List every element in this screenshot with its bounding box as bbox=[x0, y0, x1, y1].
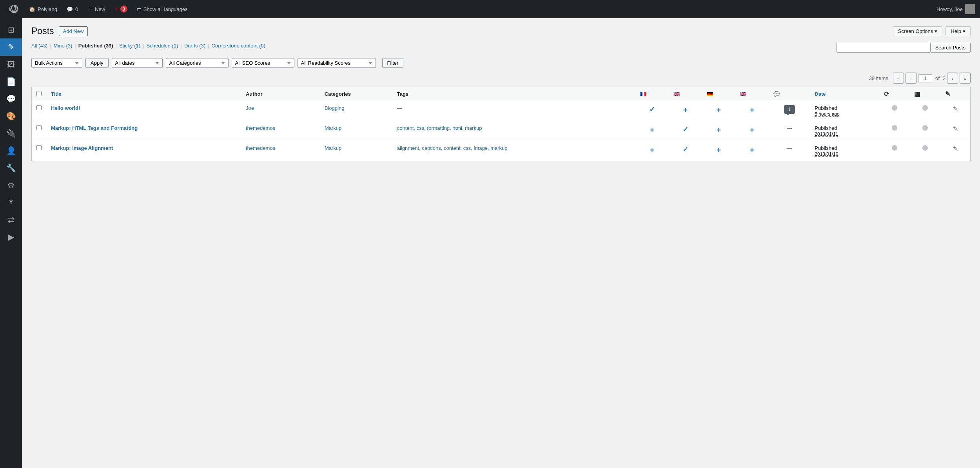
lang-de-cell: ＋ bbox=[702, 101, 735, 121]
filter-cornerstone[interactable]: Cornerstone content (0) bbox=[211, 43, 265, 49]
sidebar-item-plugins[interactable]: 🔌 bbox=[0, 125, 22, 142]
row-checkbox[interactable] bbox=[36, 125, 42, 130]
readability-score-indicator bbox=[922, 125, 928, 131]
seo-column-header: ⟳ bbox=[879, 87, 909, 101]
seo-score-indicator bbox=[892, 145, 897, 151]
date-value: 2013/01/11 bbox=[815, 131, 838, 137]
lang-de-plus[interactable]: ＋ bbox=[715, 125, 722, 135]
quick-edit-icon[interactable]: ✎ bbox=[953, 146, 958, 152]
filter-mine[interactable]: Mine (3) bbox=[54, 43, 73, 49]
tag-link[interactable]: alignment bbox=[397, 145, 419, 151]
date-cell: Published 5 hours ago bbox=[810, 101, 879, 121]
lang-fr-plus[interactable]: ＋ bbox=[648, 125, 655, 135]
sidebar-item-pages[interactable]: 📄 bbox=[0, 73, 22, 90]
lang-en-check[interactable]: ✓ bbox=[682, 125, 688, 134]
screen-options-button[interactable]: Screen Options ▾ bbox=[893, 26, 943, 36]
quick-edit-icon[interactable]: ✎ bbox=[953, 126, 958, 132]
author-link[interactable]: themedemos bbox=[246, 145, 275, 151]
tag-link[interactable]: css bbox=[463, 145, 471, 151]
filter-drafts[interactable]: Drafts (3) bbox=[184, 43, 205, 49]
row-checkbox[interactable] bbox=[36, 145, 42, 150]
next-page-button[interactable]: › bbox=[947, 73, 958, 84]
apply-button[interactable]: Apply bbox=[85, 58, 109, 68]
comment-count-bubble[interactable]: 1 bbox=[784, 105, 795, 114]
sidebar-item-posts[interactable]: ✎ bbox=[0, 38, 22, 56]
tag-link[interactable]: markup bbox=[490, 145, 507, 151]
seo-score-indicator bbox=[892, 105, 897, 111]
tag-link[interactable]: content bbox=[444, 145, 461, 151]
sidebar-item-tools[interactable]: 🔧 bbox=[0, 159, 22, 177]
tag-link[interactable]: markup bbox=[465, 125, 482, 131]
categories-cell: Blogging bbox=[320, 101, 392, 121]
filter-all[interactable]: All (43) bbox=[31, 43, 47, 49]
sidebar-item-settings[interactable]: ⚙ bbox=[0, 177, 22, 194]
category-link[interactable]: Blogging bbox=[325, 105, 345, 111]
lang-fr-plus[interactable]: ＋ bbox=[648, 145, 655, 155]
wp-logo-item[interactable] bbox=[5, 0, 24, 18]
search-posts-button[interactable]: Search Posts bbox=[931, 43, 971, 53]
help-label: Help bbox=[951, 28, 961, 34]
prev-page-button[interactable]: ‹ bbox=[906, 73, 916, 84]
add-new-button[interactable]: Add New bbox=[59, 26, 88, 36]
filter-button[interactable]: Filter bbox=[382, 58, 404, 68]
lang-gb-plus[interactable]: ＋ bbox=[748, 145, 755, 155]
author-cell: Joe bbox=[241, 101, 320, 121]
post-title-link[interactable]: Markup: HTML Tags and Formatting bbox=[51, 125, 138, 131]
tag-link[interactable]: formatting bbox=[427, 125, 450, 131]
date-status: Published bbox=[815, 105, 837, 111]
new-item[interactable]: ＋ New bbox=[83, 0, 109, 18]
items-count: 39 items bbox=[869, 75, 888, 81]
lang-en-check[interactable]: ✓ bbox=[682, 145, 688, 154]
all-readability-dropdown[interactable]: All Readability Scores bbox=[298, 58, 376, 68]
tag-link[interactable]: content bbox=[397, 125, 414, 131]
category-link[interactable]: Markup bbox=[325, 145, 341, 151]
sidebar-item-comments[interactable]: 💬 bbox=[0, 90, 22, 107]
languages-icon: ⇄ bbox=[137, 6, 141, 12]
all-dates-dropdown[interactable]: All dates bbox=[112, 58, 163, 68]
title-sort-link[interactable]: Title bbox=[51, 91, 62, 97]
user-avatar[interactable] bbox=[965, 4, 975, 14]
sidebar-item-dashboard[interactable]: ⊞ bbox=[0, 21, 22, 38]
lang-gb-plus[interactable]: ＋ bbox=[748, 125, 755, 135]
help-button[interactable]: Help ▾ bbox=[946, 26, 971, 36]
sidebar-item-media[interactable]: 🖼 bbox=[0, 56, 22, 73]
sidebar-item-users[interactable]: 👤 bbox=[0, 142, 22, 159]
first-page-button[interactable]: « bbox=[893, 73, 904, 84]
lang-de-plus[interactable]: ＋ bbox=[715, 145, 722, 155]
post-title-link[interactable]: Markup: Image Alignment bbox=[51, 145, 113, 151]
languages-item[interactable]: ⇄ Show all languages bbox=[133, 0, 192, 18]
sidebar-item-appearance[interactable]: 🎨 bbox=[0, 107, 22, 125]
categories-column-header: Categories bbox=[320, 87, 392, 101]
search-input[interactable] bbox=[837, 43, 931, 53]
tag-link[interactable]: html bbox=[452, 125, 462, 131]
lang-fr-check[interactable]: ✓ bbox=[649, 105, 655, 114]
last-page-button[interactable]: » bbox=[960, 73, 971, 84]
row-checkbox[interactable] bbox=[36, 105, 42, 110]
date-sort-link[interactable]: Date bbox=[815, 91, 826, 97]
tag-link[interactable]: captions bbox=[422, 145, 441, 151]
yoast-item[interactable]: Y 3 bbox=[111, 0, 131, 18]
quick-edit-icon[interactable]: ✎ bbox=[953, 106, 958, 112]
author-link[interactable]: themedemos bbox=[246, 125, 275, 131]
lang-gb-plus[interactable]: ＋ bbox=[748, 105, 755, 115]
all-categories-dropdown[interactable]: All Categories bbox=[166, 58, 229, 68]
filter-sticky[interactable]: Sticky (1) bbox=[119, 43, 140, 49]
current-page-input[interactable]: 1 bbox=[918, 74, 932, 82]
filter-scheduled[interactable]: Scheduled (1) bbox=[147, 43, 178, 49]
category-link[interactable]: Markup bbox=[325, 125, 341, 131]
all-seo-dropdown[interactable]: All SEO Scores bbox=[232, 58, 294, 68]
tag-link[interactable]: css bbox=[417, 125, 425, 131]
sidebar-item-media2[interactable]: ▶ bbox=[0, 228, 22, 246]
tag-link[interactable]: image bbox=[474, 145, 488, 151]
sidebar: ⊞ ✎ 🖼 📄 💬 🎨 🔌 👤 🔧 ⚙ Y ⇄ ▶ bbox=[0, 18, 22, 468]
comments-item[interactable]: 💬 0 bbox=[63, 0, 82, 18]
author-link[interactable]: Joe bbox=[246, 105, 254, 111]
site-name-item[interactable]: 🏠 Polylang bbox=[25, 0, 61, 18]
sidebar-item-seo[interactable]: Y bbox=[0, 194, 22, 211]
sidebar-item-polylang[interactable]: ⇄ bbox=[0, 211, 22, 228]
lang-en-plus[interactable]: ＋ bbox=[682, 105, 689, 115]
select-all-checkbox[interactable] bbox=[36, 91, 42, 96]
lang-de-plus[interactable]: ＋ bbox=[715, 105, 722, 115]
post-title-link[interactable]: Hello world! bbox=[51, 105, 80, 111]
bulk-actions-dropdown[interactable]: Bulk Actions bbox=[31, 58, 82, 68]
